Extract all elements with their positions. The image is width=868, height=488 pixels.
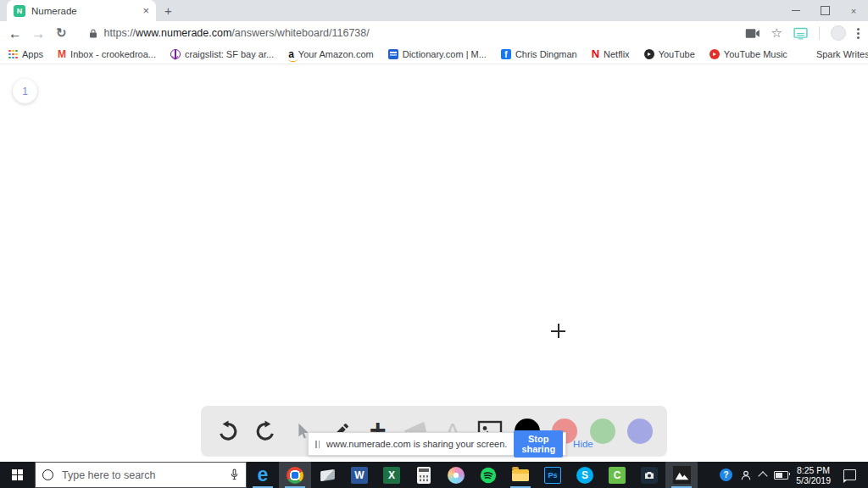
profile-avatar[interactable] bbox=[831, 25, 846, 41]
taskbar-screen-recorder[interactable] bbox=[633, 462, 665, 488]
chrome-icon bbox=[287, 467, 303, 484]
battery-icon[interactable] bbox=[774, 471, 788, 480]
cortana-icon bbox=[42, 469, 53, 480]
netflix-icon: N bbox=[592, 49, 599, 59]
numerade-favicon-icon: N bbox=[14, 5, 25, 17]
excel-icon: X bbox=[383, 467, 400, 484]
system-tray: ? 8:25 PM 5/3/2019 bbox=[720, 462, 868, 488]
color-swatch-purple[interactable] bbox=[625, 413, 655, 450]
tab-strip: N Numerade × + × bbox=[0, 0, 868, 21]
amazon-icon: a bbox=[288, 49, 294, 59]
green-color-icon bbox=[590, 419, 615, 444]
taskbar-chrome[interactable] bbox=[279, 462, 311, 488]
minimize-icon bbox=[792, 10, 800, 12]
bookmark-apps[interactable]: Apps bbox=[8, 49, 43, 59]
lock-icon bbox=[88, 28, 98, 39]
dictionary-icon bbox=[388, 49, 398, 59]
restore-icon bbox=[821, 6, 830, 15]
share-message: www.numerade.com is sharing your screen. bbox=[326, 439, 507, 449]
purple-color-icon bbox=[627, 419, 653, 444]
nav-right-icons: ☆ bbox=[745, 25, 860, 41]
url-text: https://www.numerade.com/answers/whitebo… bbox=[104, 27, 370, 39]
minimize-button[interactable] bbox=[782, 0, 810, 21]
drag-handle-icon[interactable] bbox=[315, 441, 320, 448]
taskbar-camtasia[interactable]: C bbox=[601, 462, 633, 488]
edge-icon: e bbox=[258, 465, 269, 485]
photoshop-icon: Ps bbox=[544, 467, 561, 484]
restore-button[interactable] bbox=[810, 0, 839, 21]
hidden-icons-chevron-icon[interactable] bbox=[758, 471, 767, 480]
reload-button[interactable]: ↻ bbox=[56, 25, 67, 41]
windows-taskbar: e W X Ps S C bbox=[0, 462, 868, 488]
taskbar-paint3d[interactable] bbox=[440, 462, 472, 488]
taskbar-edge[interactable]: e bbox=[247, 462, 279, 488]
redo-icon bbox=[254, 420, 276, 442]
calculator-icon bbox=[417, 467, 431, 484]
hide-link[interactable]: Hide bbox=[573, 439, 593, 449]
bookmark-youtube-music[interactable]: YouTube Music bbox=[709, 49, 787, 59]
undo-button[interactable] bbox=[213, 413, 243, 450]
taskbar-notepad[interactable] bbox=[311, 462, 343, 488]
screen-share-notification: www.numerade.com is sharing your screen.… bbox=[308, 432, 566, 456]
crosshair-cursor-icon bbox=[551, 324, 565, 338]
browser-tab[interactable]: N Numerade × bbox=[7, 0, 156, 21]
stop-sharing-button[interactable]: Stop sharing bbox=[514, 430, 563, 458]
whiteboard-canvas[interactable]: 1 bbox=[0, 64, 868, 462]
camera-app-icon bbox=[641, 467, 658, 484]
taskbar-search[interactable] bbox=[35, 462, 247, 488]
taskbar-apps: e W X Ps S C bbox=[247, 462, 698, 488]
notepad-icon bbox=[320, 469, 335, 480]
address-bar[interactable]: https://www.numerade.com/answers/whitebo… bbox=[78, 27, 734, 39]
search-input[interactable] bbox=[60, 469, 223, 482]
clock-time: 8:25 PM bbox=[796, 465, 831, 475]
undo-icon bbox=[217, 420, 239, 442]
facebook-icon: f bbox=[501, 49, 511, 59]
youtube-icon bbox=[644, 49, 654, 59]
tab-close-icon[interactable]: × bbox=[142, 4, 149, 17]
taskbar-excel[interactable]: X bbox=[376, 462, 408, 488]
bookmark-netflix[interactable]: N Netflix bbox=[592, 49, 630, 59]
page-number-badge[interactable]: 1 bbox=[13, 79, 37, 103]
taskbar-skype[interactable]: S bbox=[569, 462, 601, 488]
taskbar-file-explorer[interactable] bbox=[504, 462, 537, 488]
taskbar-word[interactable]: W bbox=[343, 462, 376, 488]
tab-title: Numerade bbox=[31, 6, 136, 16]
videocam-icon[interactable] bbox=[745, 28, 760, 39]
bookmark-amazon[interactable]: a Your Amazon.com bbox=[288, 49, 374, 59]
spotify-icon bbox=[480, 467, 497, 484]
taskbar-calculator[interactable] bbox=[408, 462, 440, 488]
taskbar-clock[interactable]: 8:25 PM 5/3/2019 bbox=[796, 465, 831, 485]
help-icon[interactable]: ? bbox=[720, 469, 732, 481]
clock-date: 5/3/2019 bbox=[796, 475, 831, 485]
bookmark-spark-writes[interactable]: Spark Writes bbox=[816, 49, 868, 59]
microphone-icon[interactable] bbox=[230, 469, 239, 481]
bookmark-dictionary[interactable]: Dictionary.com | M... bbox=[388, 49, 487, 59]
redo-button[interactable] bbox=[250, 413, 281, 450]
back-button[interactable]: ← bbox=[8, 26, 21, 41]
bookmark-youtube[interactable]: YouTube bbox=[644, 49, 695, 59]
forward-button[interactable]: → bbox=[32, 26, 45, 41]
bookmark-craigslist[interactable]: craigslist: SF bay ar... bbox=[170, 49, 274, 59]
gmail-icon: M bbox=[58, 49, 66, 59]
action-center-icon[interactable] bbox=[843, 469, 856, 480]
close-button[interactable]: × bbox=[839, 0, 868, 21]
camtasia-icon: C bbox=[609, 467, 626, 484]
paint-3d-icon bbox=[448, 467, 465, 484]
bookmarks-bar: Apps M Inbox - crookedroa... craigslist:… bbox=[0, 45, 868, 64]
people-icon[interactable] bbox=[740, 469, 752, 481]
taskbar-photos[interactable] bbox=[665, 462, 698, 488]
browser-menu-icon[interactable] bbox=[857, 28, 860, 39]
bookmark-star-icon[interactable]: ☆ bbox=[771, 25, 782, 41]
start-button[interactable] bbox=[0, 462, 35, 488]
bookmark-facebook[interactable]: f Chris Dingman bbox=[501, 49, 577, 59]
navigation-bar: ← → ↻ https://www.numerade.com/answers/w… bbox=[0, 21, 868, 45]
taskbar-spotify[interactable] bbox=[472, 462, 504, 488]
screen-share-icon[interactable] bbox=[793, 27, 808, 40]
screen: N Numerade × + × ← → ↻ https://www.numer… bbox=[0, 0, 868, 488]
taskbar-photoshop[interactable]: Ps bbox=[537, 462, 569, 488]
bookmark-inbox[interactable]: M Inbox - crookedroa... bbox=[58, 49, 156, 59]
word-icon: W bbox=[351, 467, 368, 484]
youtube-music-icon bbox=[709, 49, 720, 59]
new-tab-button[interactable]: + bbox=[164, 3, 172, 18]
skype-icon: S bbox=[576, 467, 593, 484]
